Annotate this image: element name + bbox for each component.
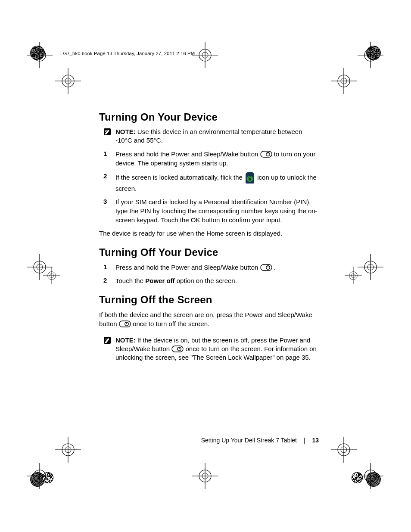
list-item: 2 Touch the Power off option on the scre… [103,276,319,285]
note-label: NOTE: [115,128,136,135]
page-number: 13 [312,437,319,444]
step-text: If the screen is locked automatically, f… [115,172,319,193]
step-text: If your SIM card is locked by a Personal… [115,197,319,224]
step-number: 2 [103,172,115,180]
list-item: 1 Press and hold the Power and Sleep/Wak… [103,149,319,168]
crop-mark-icon [192,42,218,68]
heading-turning-off-device: Turning Off Your Device [99,246,319,258]
power-button-icon [260,264,272,271]
crop-mark-icon [27,463,53,489]
note-text: NOTE: If the device is on, but the scree… [115,336,319,362]
list-item: 2 If the screen is locked automatically,… [103,172,319,193]
step-text: Touch the Power off option on the screen… [115,276,319,285]
crop-mark-icon [43,267,69,293]
power-button-icon [119,320,131,327]
heading-turning-off-screen: Turning Off the Screen [99,294,319,306]
crop-mark-icon [358,42,383,68]
crop-mark-icon [55,68,81,94]
step-number: 1 [103,263,115,271]
crop-mark-icon [55,437,81,463]
step-number: 3 [103,197,115,205]
power-button-icon [260,151,272,158]
step-text: Press and hold the Power and Sleep/Wake … [115,263,319,272]
steps-turning-on: 1 Press and hold the Power and Sleep/Wak… [99,149,319,224]
crop-mark-icon [27,42,53,68]
note-block: NOTE: Use this device in an environmenta… [103,128,319,145]
crop-mark-icon [331,68,357,94]
heading-turning-on: Turning On Your Device [99,111,319,123]
lock-icon [244,171,255,184]
crop-mark-icon [192,463,218,489]
note-text: NOTE: Use this device in an environmenta… [115,128,319,145]
step-number: 1 [103,149,115,157]
steps-turning-off: 1 Press and hold the Power and Sleep/Wak… [99,263,319,285]
page-content: Turning On Your Device NOTE: Use this de… [99,111,319,366]
running-header: LG7_bk0.book Page 13 Thursday, January 2… [60,51,195,56]
crop-mark-icon [331,437,357,463]
crop-mark-icon [358,463,383,489]
step-number: 2 [103,276,115,284]
note-label: NOTE: [115,336,136,344]
note-icon [103,128,115,137]
note-icon [103,336,115,346]
list-item: 3 If your SIM card is locked by a Person… [103,197,319,224]
chapter-title: Setting Up Your Dell Streak 7 Tablet [201,437,297,444]
crop-mark-icon [345,267,371,293]
step-text: Press and hold the Power and Sleep/Wake … [115,149,319,168]
paragraph: The device is ready for use when the Hom… [99,229,319,238]
paragraph: If both the device and the screen are on… [99,310,319,328]
list-item: 1 Press and hold the Power and Sleep/Wak… [103,263,319,272]
separator: | [304,437,305,444]
power-button-icon [171,345,184,352]
note-block: NOTE: If the device is on, but the scree… [103,336,319,362]
page-footer: Setting Up Your Dell Streak 7 Tablet | 1… [99,437,319,444]
